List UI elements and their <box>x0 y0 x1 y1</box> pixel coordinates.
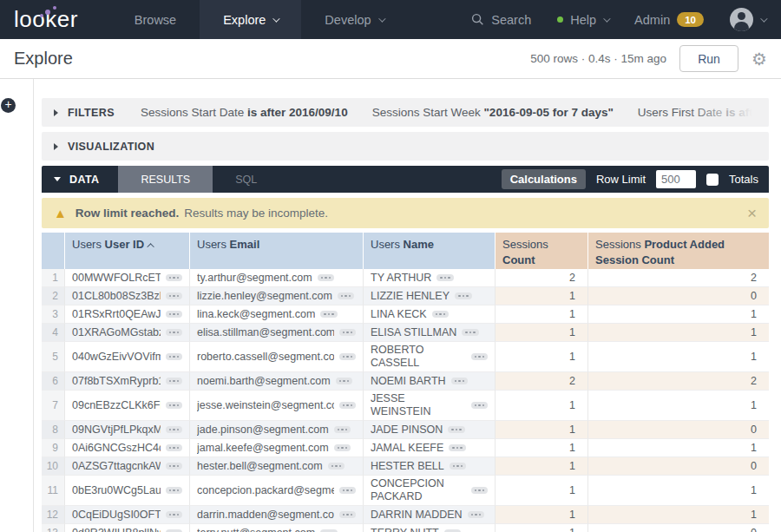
search-button[interactable]: Search <box>471 13 531 27</box>
row-limit-input[interactable] <box>656 170 696 188</box>
cell-menu-icon[interactable] <box>166 511 183 519</box>
calculations-button[interactable]: Calculations <box>502 169 586 189</box>
cell-product-added-count[interactable]: 0 <box>587 287 769 305</box>
cell-name[interactable]: JADE PINSON <box>363 421 495 439</box>
cell-product-added-count[interactable]: 1 <box>587 476 769 506</box>
cell-name[interactable]: CONCEPCION PACKARD <box>363 476 495 506</box>
cell-user-id[interactable]: 01CL80b08Sz3Bzh1 <box>64 287 189 305</box>
cell-user-id[interactable]: 01RSxRrt0QEAwJCq <box>64 305 189 324</box>
cell-name[interactable]: LIZZIE HENLEY <box>363 287 495 305</box>
cell-menu-icon[interactable] <box>166 426 183 434</box>
cell-menu-icon[interactable] <box>450 463 467 470</box>
column-header-email[interactable]: Users Email <box>189 233 363 269</box>
cell-product-added-count[interactable]: 2 <box>587 372 769 391</box>
cell-name[interactable]: JESSE WEINSTEIN <box>363 391 495 421</box>
cell-user-id[interactable]: 0Ai6GNCGszHC4qlF <box>64 439 189 457</box>
cell-user-id[interactable]: 09NGVtjPfLPkqxMy <box>64 421 189 439</box>
cell-email[interactable]: concepcion.packard@segment.com <box>189 476 363 506</box>
cell-email[interactable]: jesse.weinstein@segment.com <box>189 391 363 421</box>
cell-product-added-count[interactable]: 1 <box>587 324 769 342</box>
cell-sessions-count[interactable]: 1 <box>495 287 587 305</box>
column-header-product-added-count[interactable]: Sessions Product Added Session Count <box>587 233 769 269</box>
cell-email[interactable]: roberto.cassell@segment.com <box>189 342 363 372</box>
cell-email[interactable]: ty.arthur@segment.com <box>189 269 363 287</box>
cell-menu-icon[interactable] <box>336 378 353 385</box>
cell-product-added-count[interactable]: 1 <box>587 506 769 524</box>
nav-item-explore[interactable]: Explore <box>200 0 301 39</box>
cell-product-added-count[interactable]: 0 <box>587 421 769 439</box>
user-menu[interactable] <box>730 8 765 31</box>
cell-menu-icon[interactable] <box>334 426 351 434</box>
cell-sessions-count[interactable]: 1 <box>495 342 587 372</box>
cell-email[interactable]: lizzie.henley@segment.com <box>189 287 363 305</box>
visualization-section[interactable]: VISUALIZATION <box>42 132 769 161</box>
looker-logo[interactable]: looker <box>14 6 78 33</box>
cell-menu-icon[interactable] <box>166 292 183 300</box>
cell-menu-icon[interactable] <box>471 487 489 495</box>
cell-name[interactable]: LINA KECK <box>363 305 495 324</box>
cell-user-id[interactable]: 00MWWFOLRcETcTCf <box>64 269 189 287</box>
cell-product-added-count[interactable]: 1 <box>587 391 769 421</box>
column-header-name[interactable]: Users Name <box>363 233 495 269</box>
cell-sessions-count[interactable]: 1 <box>495 476 587 506</box>
cell-menu-icon[interactable] <box>455 292 472 300</box>
cell-menu-icon[interactable] <box>339 511 357 519</box>
cell-user-id[interactable]: 0d8R3WIUB8pllNwh <box>64 524 189 532</box>
cell-name[interactable]: ROBERTO CASSELL <box>363 342 495 372</box>
cell-sessions-count[interactable]: 2 <box>495 269 587 287</box>
cell-menu-icon[interactable] <box>166 329 183 337</box>
cell-sessions-count[interactable]: 2 <box>495 372 587 391</box>
cell-email[interactable]: jade.pinson@segment.com <box>189 421 363 439</box>
column-header-user-id[interactable]: Users User ID <box>64 233 189 269</box>
nav-item-develop[interactable]: Develop <box>301 0 406 39</box>
cell-product-added-count[interactable]: 1 <box>587 305 769 324</box>
cell-sessions-count[interactable]: 1 <box>495 457 587 476</box>
add-button[interactable]: + <box>1 98 16 113</box>
cell-email[interactable]: elisa.stillman@segment.com <box>189 324 363 342</box>
cell-menu-icon[interactable] <box>166 378 183 385</box>
cell-menu-icon[interactable] <box>166 402 183 410</box>
cell-menu-icon[interactable] <box>339 329 357 337</box>
admin-menu[interactable]: Admin 10 <box>634 12 704 27</box>
cell-menu-icon[interactable] <box>432 311 450 319</box>
cell-product-added-count[interactable]: 2 <box>587 269 769 287</box>
cell-menu-icon[interactable] <box>320 311 338 319</box>
cell-menu-icon[interactable] <box>339 402 357 410</box>
cell-menu-icon[interactable] <box>436 274 454 282</box>
cell-name[interactable]: HESTER BELL <box>363 457 495 476</box>
cell-email[interactable]: terry.nutt@segment.com <box>189 524 363 532</box>
data-section-toggle[interactable]: DATA <box>42 174 118 186</box>
cell-menu-icon[interactable] <box>166 444 183 452</box>
filters-section[interactable]: FILTERS Sessions Start Date is after 201… <box>42 98 769 127</box>
cell-name[interactable]: NOEMI BARTH <box>363 372 495 391</box>
cell-sessions-count[interactable]: 1 <box>495 439 587 457</box>
cell-sessions-count[interactable]: 1 <box>495 324 587 342</box>
cell-sessions-count[interactable]: 1 <box>495 391 587 421</box>
cell-sessions-count[interactable]: 1 <box>495 506 587 524</box>
cell-email[interactable]: jamal.keefe@segment.com <box>189 439 363 457</box>
gear-icon[interactable]: ⚙ <box>751 50 767 68</box>
cell-email[interactable]: hester.bell@segment.com <box>189 457 363 476</box>
cell-sessions-count[interactable]: 1 <box>495 305 587 324</box>
cell-user-id[interactable]: 0CqEiDUgSI0OFTxh <box>64 506 189 524</box>
cell-user-id[interactable]: 09cnEBzzCLKk6FbC <box>64 391 189 421</box>
column-header-sessions-count[interactable]: Sessions Count <box>495 233 587 269</box>
totals-checkbox[interactable] <box>706 174 719 186</box>
cell-email[interactable]: noemi.barth@segment.com <box>189 372 363 391</box>
cell-menu-icon[interactable] <box>339 353 357 361</box>
cell-menu-icon[interactable] <box>471 402 489 410</box>
cell-name[interactable]: DARRIN MADDEN <box>363 506 495 524</box>
cell-user-id[interactable]: 01XRAGoMGstabzol <box>64 324 189 342</box>
cell-menu-icon[interactable] <box>334 444 351 452</box>
cell-menu-icon[interactable] <box>328 463 345 470</box>
cell-product-added-count[interactable]: 1 <box>587 342 769 372</box>
cell-user-id[interactable]: 0bE3ru0WCg5LauWM <box>64 476 189 506</box>
tab-sql[interactable]: SQL <box>213 166 279 193</box>
cell-menu-icon[interactable] <box>166 311 183 319</box>
cell-user-id[interactable]: 07f8bTSXmRyprb1R <box>64 372 189 391</box>
cell-user-id[interactable]: 040wGzEivVOVifm6 <box>64 342 189 372</box>
run-button[interactable]: Run <box>679 45 738 72</box>
help-menu[interactable]: Help <box>557 13 608 27</box>
cell-product-added-count[interactable]: 0 <box>587 524 769 532</box>
cell-menu-icon[interactable] <box>448 426 465 434</box>
